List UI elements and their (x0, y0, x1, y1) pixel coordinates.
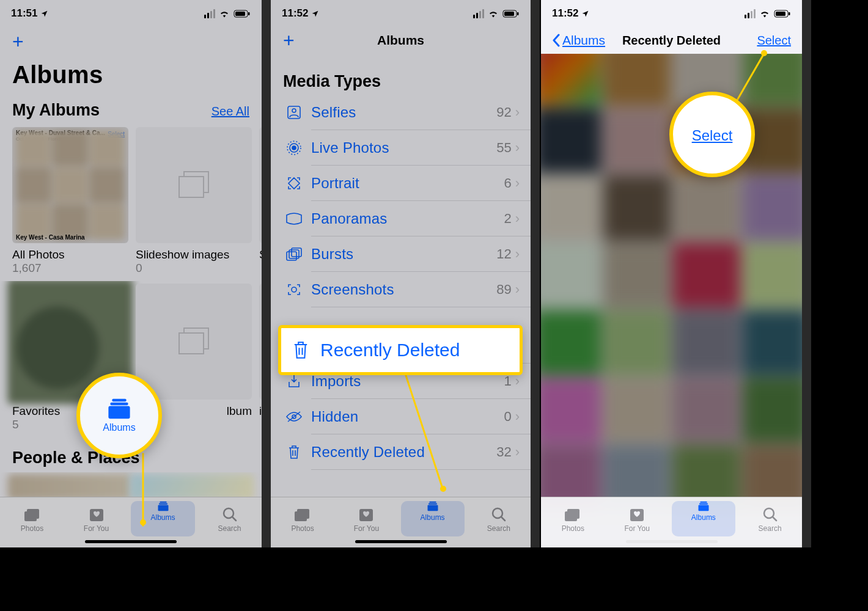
status-bar: 11:52 (271, 0, 531, 27)
row-label: Live Photos (305, 139, 496, 156)
callout-label: Recently Deleted (312, 340, 460, 360)
hidden-icon (283, 411, 305, 423)
row-count: 6 (504, 175, 515, 191)
svg-rect-2 (248, 12, 250, 15)
tab-albums[interactable]: Albums (401, 501, 465, 536)
screenshots-icon (283, 282, 305, 298)
tab-label: Photos (291, 524, 314, 533)
chevron-right-icon: › (515, 211, 531, 227)
svg-rect-6 (179, 333, 204, 354)
status-bar: 11:51 (0, 0, 262, 27)
row-label: Hidden (305, 408, 504, 425)
row-count: 92 (496, 104, 515, 120)
tab-for-you[interactable]: For You (605, 497, 669, 547)
nav-title: Albums (377, 33, 424, 48)
tab-label: For You (624, 524, 649, 533)
row-count: 1 (504, 373, 515, 389)
nav-title: Recently Deleted (622, 34, 721, 48)
row-live-photos[interactable]: Live Photos55› (283, 130, 531, 166)
location-icon (40, 10, 48, 18)
tab-photos[interactable]: Photos (541, 497, 605, 547)
svg-rect-46 (700, 502, 707, 503)
select-button[interactable]: Select (757, 34, 791, 48)
live-photos-icon (283, 140, 305, 156)
battery-icon (234, 10, 251, 18)
back-label: Albums (562, 33, 605, 48)
tab-albums[interactable]: Albums (672, 501, 736, 536)
status-bar: 11:52 (541, 0, 802, 27)
row-selfies[interactable]: Selfies92› (283, 95, 531, 130)
add-button[interactable]: + (12, 33, 249, 50)
empty-album-icon (175, 326, 212, 357)
home-indicator[interactable] (85, 540, 177, 543)
bursts-icon (283, 247, 305, 262)
photo-grid[interactable] (541, 40, 802, 510)
svg-rect-41 (776, 12, 785, 16)
row-recently-deleted[interactable]: Recently Deleted32› (283, 434, 531, 470)
tab-label: Search (487, 524, 510, 533)
row-count: 55 (496, 140, 515, 156)
row-count: 2 (504, 211, 515, 227)
tab-label: Search (759, 524, 782, 533)
wifi-icon (488, 10, 499, 18)
row-count: 89 (496, 282, 515, 298)
trash-icon (283, 444, 305, 460)
chevron-right-icon: › (515, 175, 531, 191)
svg-point-22 (292, 109, 296, 112)
callout-label: Select (692, 127, 733, 144)
row-bursts[interactable]: Bursts12› (283, 236, 531, 272)
row-portrait[interactable]: Portrait6› (283, 166, 531, 201)
see-all-link[interactable]: See All (211, 104, 249, 119)
cell-signal-icon (473, 9, 484, 18)
svg-rect-17 (108, 406, 130, 419)
tab-photos[interactable]: Photos (0, 497, 64, 547)
svg-rect-12 (158, 505, 168, 511)
svg-rect-19 (504, 12, 514, 16)
tab-bar: Photos For You Albums Search (541, 497, 802, 547)
status-time: 11:52 (552, 7, 578, 20)
cell-signal-icon (745, 9, 756, 18)
add-button[interactable]: + (283, 32, 295, 49)
svg-rect-37 (427, 505, 438, 511)
svg-line-14 (232, 517, 236, 521)
row-panoramas[interactable]: Panoramas2› (283, 201, 531, 236)
album-count: 1,607 (12, 262, 128, 275)
svg-rect-10 (160, 502, 166, 503)
section-media-types: Media Types (271, 54, 531, 95)
empty-album-icon (175, 169, 212, 201)
svg-line-50 (773, 517, 776, 521)
album-all-photos[interactable]: Key West - Duval Street & Ca...Oct 15, 2… (12, 127, 128, 275)
wifi-icon (219, 10, 230, 18)
tab-label: Albums (691, 513, 716, 522)
tab-label: Albums (421, 513, 445, 522)
callout-select: Select (669, 92, 755, 177)
row-count: 32 (496, 444, 515, 460)
tab-search[interactable]: Search (738, 497, 802, 547)
tab-photos[interactable]: Photos (271, 497, 334, 547)
svg-rect-44 (565, 511, 577, 521)
row-screenshots[interactable]: Screenshots89› (283, 272, 531, 307)
thumb-footer: Key West - Casa Marina (16, 234, 85, 241)
tab-search[interactable]: Search (467, 497, 531, 547)
chevron-right-icon: › (515, 444, 531, 460)
row-hidden[interactable]: Hidden0› (283, 399, 531, 434)
back-button[interactable]: Albums (552, 33, 605, 48)
svg-rect-16 (110, 403, 128, 405)
chevron-right-icon: › (515, 282, 531, 298)
nav-bar: + Albums (0, 27, 262, 90)
tab-label: Photos (21, 524, 43, 533)
status-time: 11:51 (11, 7, 37, 20)
row-count: 12 (496, 246, 515, 262)
album-slideshow[interactable]: Slideshow images 0 (136, 127, 252, 275)
svg-rect-33 (295, 511, 307, 521)
chevron-right-icon: › (515, 140, 531, 156)
album-title: Slideshow images (136, 248, 252, 262)
tab-search[interactable]: Search (197, 497, 262, 547)
tab-albums[interactable]: Albums (131, 501, 195, 536)
chevron-right-icon: › (515, 104, 531, 120)
svg-rect-11 (158, 503, 167, 505)
portrait-icon (283, 175, 305, 191)
tab-label: Photos (562, 524, 584, 533)
album-title: All Photos (12, 248, 128, 262)
home-indicator[interactable] (355, 540, 447, 543)
